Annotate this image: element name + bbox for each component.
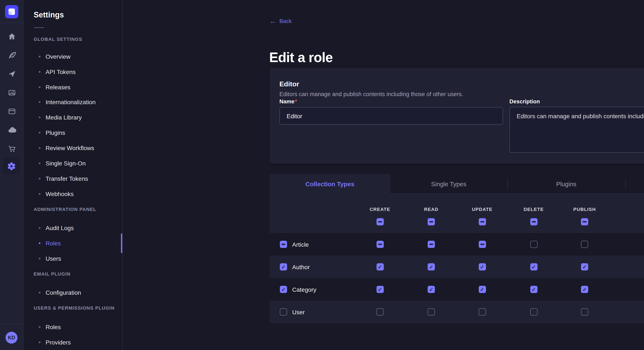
checkbox-user-update[interactable] xyxy=(478,308,486,316)
checkbox-category-publish[interactable] xyxy=(581,286,588,293)
table-row-category: Category xyxy=(270,278,644,301)
checkbox-author-update[interactable] xyxy=(478,263,486,270)
sidebar-item-overview[interactable]: Overview xyxy=(39,51,70,62)
sidebar-item-plugins[interactable]: Plugins xyxy=(39,128,65,138)
tab-settings[interactable]: Settings xyxy=(625,174,644,194)
row-checkbox-author[interactable] xyxy=(280,263,287,270)
active-item-indicator xyxy=(121,233,122,253)
checkbox-article-update[interactable] xyxy=(478,241,486,248)
bullet-icon xyxy=(39,86,40,88)
column-header-create: CREATE xyxy=(361,207,399,212)
main-content: ← Back Edit a role Define the rights giv… xyxy=(123,0,644,350)
bullet-icon xyxy=(39,258,40,259)
strapi-logo-icon xyxy=(8,8,16,16)
rail-divider-top xyxy=(0,22,24,23)
row-label: Article xyxy=(292,233,309,256)
row-checkbox-category[interactable] xyxy=(280,286,287,293)
column-header-publish: PUBLISH xyxy=(566,207,604,212)
sidebar-item-webhooks[interactable]: Webhooks xyxy=(39,189,74,199)
sidebar-item-api-tokens[interactable]: API Tokens xyxy=(39,67,76,77)
sidebar-item-media-library[interactable]: Media Library xyxy=(39,112,82,123)
sidebar-item-roles-admin[interactable]: Roles xyxy=(39,238,61,248)
sidebar-item-configuration[interactable]: Configuration xyxy=(39,288,81,298)
role-description-textarea[interactable]: Editors can manage and publish contents … xyxy=(510,107,644,153)
main-nav-rail: KD xyxy=(0,0,24,350)
name-field-label: Name* xyxy=(280,98,297,105)
sidebar-item-audit-logs[interactable]: Audit Logs xyxy=(39,223,74,233)
row-label: Author xyxy=(292,256,310,278)
section-email-plugin: EMAIL PLUGIN xyxy=(34,271,70,276)
select-all-update-checkbox[interactable] xyxy=(478,218,486,225)
section-administration-panel: ADMINISTRATION PANEL xyxy=(34,207,96,212)
checkbox-article-publish[interactable] xyxy=(581,241,588,248)
sidebar-item-single-sign-on[interactable]: Single Sign-On xyxy=(39,158,86,169)
images-icon[interactable] xyxy=(7,88,16,97)
checkbox-user-delete[interactable] xyxy=(530,308,537,316)
tab-single-types[interactable]: Single Types xyxy=(390,174,507,194)
bullet-icon xyxy=(39,147,40,149)
checkbox-user-publish[interactable] xyxy=(581,308,588,316)
cart-icon[interactable] xyxy=(7,144,16,153)
back-arrow-icon: ← xyxy=(270,18,276,24)
role-name-input[interactable] xyxy=(280,107,503,125)
tab-divider xyxy=(507,178,508,190)
checkbox-category-read[interactable] xyxy=(428,286,435,293)
column-header-update: UPDATE xyxy=(463,207,501,212)
tab-plugins[interactable]: Plugins xyxy=(507,174,625,194)
sidebar-item-providers[interactable]: Providers xyxy=(39,337,71,348)
bullet-icon xyxy=(39,342,40,343)
layout-icon[interactable] xyxy=(7,107,16,116)
checkbox-category-update[interactable] xyxy=(478,286,486,293)
checkbox-user-read[interactable] xyxy=(428,308,435,316)
checkbox-article-delete[interactable] xyxy=(530,241,537,248)
permissions-header-row: CREATE READ UPDATE DELETE PUBLISH xyxy=(270,194,644,233)
settings-subnav: Settings GLOBAL SETTINGS Overview API To… xyxy=(24,0,123,350)
checkbox-author-publish[interactable] xyxy=(581,263,588,270)
settings-rail-item[interactable] xyxy=(3,158,20,175)
table-row-author: Author xyxy=(270,256,644,278)
description-field-label: Description xyxy=(510,98,540,105)
column-header-read: READ xyxy=(412,207,450,212)
cloud-icon[interactable] xyxy=(7,126,16,134)
role-info-card: Editor Editors can manage and publish co… xyxy=(270,68,644,164)
select-all-delete-checkbox[interactable] xyxy=(530,218,537,225)
bullet-icon xyxy=(39,132,40,134)
sidebar-item-review-workflows[interactable]: Review Workflows xyxy=(39,143,94,153)
row-checkbox-user[interactable] xyxy=(280,308,287,316)
sidebar-item-roles-up[interactable]: Roles xyxy=(39,322,61,332)
select-all-read-checkbox[interactable] xyxy=(428,218,435,225)
rail-divider-bottom xyxy=(0,324,24,325)
row-checkbox-article[interactable] xyxy=(280,241,287,248)
checkbox-article-read[interactable] xyxy=(428,241,435,248)
checkbox-author-create[interactable] xyxy=(376,263,384,270)
user-avatar[interactable]: KD xyxy=(6,332,18,344)
section-users-permissions-plugin: USERS & PERMISSIONS PLUGIN xyxy=(34,305,114,311)
strapi-logo[interactable] xyxy=(5,5,18,18)
back-link[interactable]: ← Back xyxy=(270,18,292,24)
subnav-title-divider xyxy=(34,27,44,28)
checkbox-category-delete[interactable] xyxy=(530,286,537,293)
bullet-icon xyxy=(39,326,40,328)
sidebar-item-releases[interactable]: Releases xyxy=(39,82,70,92)
permissions-panel: Collection Types Single Types Plugins Se… xyxy=(270,174,644,323)
subnav-title: Settings xyxy=(34,11,64,19)
tab-divider xyxy=(625,178,626,190)
bullet-icon xyxy=(39,227,40,229)
tab-collection-types[interactable]: Collection Types xyxy=(270,174,390,194)
sidebar-item-users[interactable]: Users xyxy=(39,253,61,264)
paper-plane-icon[interactable] xyxy=(7,69,16,78)
bullet-icon xyxy=(39,193,40,195)
bullet-icon xyxy=(39,56,40,57)
checkbox-article-create[interactable] xyxy=(376,241,384,248)
sidebar-item-internationalization[interactable]: Internationalization xyxy=(39,97,96,107)
sidebar-item-transfer-tokens[interactable]: Transfer Tokens xyxy=(39,174,88,184)
select-all-publish-checkbox[interactable] xyxy=(581,218,588,225)
checkbox-author-delete[interactable] xyxy=(530,263,537,270)
row-label: User xyxy=(292,301,305,323)
checkbox-author-read[interactable] xyxy=(428,263,435,270)
checkbox-user-create[interactable] xyxy=(376,308,384,316)
select-all-create-checkbox[interactable] xyxy=(376,218,384,225)
home-icon[interactable] xyxy=(7,32,16,41)
checkbox-category-create[interactable] xyxy=(376,286,384,293)
feather-icon[interactable] xyxy=(7,51,16,59)
